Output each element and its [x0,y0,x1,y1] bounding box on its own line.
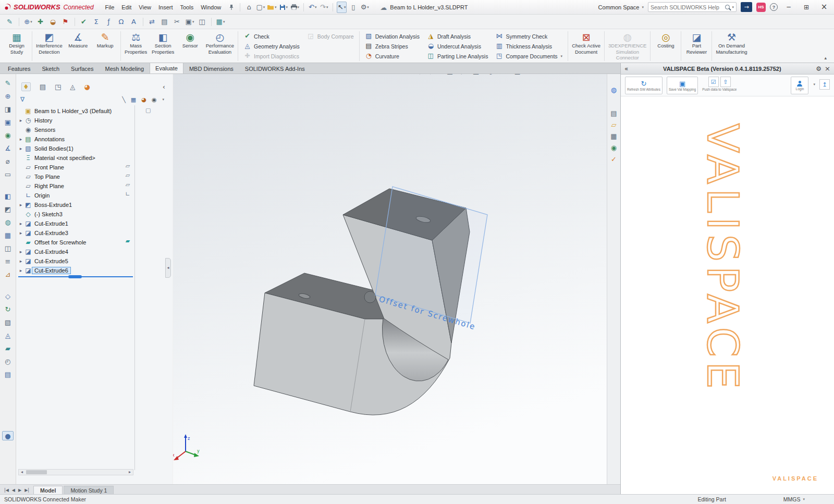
model-viewport[interactable]: Offset for Screwhole z x y [173,74,607,484]
measure-button[interactable]: ∡Measure [65,30,92,50]
rollback-bar[interactable] [18,276,133,277]
sensor-button[interactable]: ◉Sensor [177,30,204,50]
tree-item-cut-extrude3[interactable]: ▸◪Cut-Extrude3 [18,228,133,238]
login-button[interactable]: Login [791,77,808,94]
tab-motion-study-1[interactable]: Motion Study 1 [64,486,114,494]
ribbon-collapse-icon[interactable]: ▴ [824,56,827,60]
tab-model[interactable]: Model [33,486,63,494]
save-val-mapping-button[interactable]: ▣ Save Val Mapping [667,77,698,94]
tolerance-icon[interactable]: ▣▾ [184,16,195,28]
filter-icon[interactable]: ∇ [20,96,24,103]
design-library-icon[interactable]: ▤ [610,110,617,117]
undercut-analysis-button[interactable]: ◒Undercut Analysis [423,41,492,51]
left-toolbar-icon[interactable]: ∡ [2,143,14,153]
menu-edit[interactable]: Edit [118,3,135,12]
tree-splitter-handle[interactable]: ◂ [165,258,171,278]
displaymanager-tab-icon[interactable]: ◕ [84,83,90,90]
scroll-right-icon[interactable]: ▸ [127,470,133,474]
left-toolbar-icon[interactable]: ⌀ [2,156,14,166]
file-explorer-icon[interactable]: ▱ [611,121,617,128]
draft-analysis-button[interactable]: ◮Draft Analysis [423,31,492,41]
first-study-icon[interactable]: |◀ [3,488,10,493]
left-toolbar-icon[interactable]: ▧ [2,317,14,327]
panel-close-icon[interactable]: × [825,65,830,72]
left-toolbar-icon[interactable]: ▦ [2,230,14,240]
close-button[interactable]: × [817,1,831,14]
function-icon[interactable]: ƒ [103,16,115,28]
left-toolbar-icon[interactable]: ◫ [2,243,14,253]
view-palette-icon[interactable]: ▦ [610,133,617,140]
tab-surfaces[interactable]: Surfaces [65,63,99,73]
left-toolbar-icon[interactable]: ▣ [2,117,14,127]
plane-visibility-icon[interactable]: ▱ [123,173,132,178]
tree-item-origin[interactable]: ∟Origin [18,191,133,200]
pin-menu-icon[interactable] [226,2,236,13]
configurationmanager-tab-icon[interactable]: ◳ [55,83,61,90]
section-properties-button[interactable]: ◧SectionProperties [150,30,177,55]
geometry-analysis-button[interactable]: ◬Geometry Analysis [240,41,303,51]
3dexperience-icon[interactable]: ◍ [611,87,617,93]
left-toolbar-icon[interactable]: ◍ [2,217,14,227]
trim-icon[interactable]: ✂ [171,16,183,28]
tree-item-front-plane[interactable]: ▱Front Plane [18,163,133,172]
appearance-filter-icon[interactable]: ◕ [141,97,146,103]
menu-file[interactable]: File [102,3,118,12]
plane-visibility-icon[interactable]: ▱ [123,182,132,188]
text-note-icon[interactable]: A [128,16,140,28]
dimxpertmanager-tab-icon[interactable]: ◬ [70,83,75,90]
plane-visibility-icon[interactable]: ▱ [123,163,132,169]
logout-button[interactable]: ↥ [819,79,830,90]
search-icon[interactable] [725,5,730,9]
add-item-icon[interactable]: ✚ [35,16,46,28]
left-toolbar-icon[interactable]: ◩ [2,204,14,214]
tab-sketch[interactable]: Sketch [36,63,65,73]
print-button[interactable]: ▾ [290,2,300,13]
left-toolbar-icon[interactable]: ⊕ [2,91,14,101]
panel-collapse-icon[interactable]: « [624,66,628,72]
chevron-down-icon[interactable]: ▾ [162,98,164,102]
zoom-target-icon[interactable]: ⊕▾ [22,16,34,28]
origin-visibility-icon[interactable]: ∟ [123,191,132,197]
push-selected-button[interactable]: ☑ [708,77,719,87]
gear-icon[interactable]: ⚙ [816,66,821,72]
left-toolbar-icon[interactable]: ◴ [2,357,14,366]
display-states-icon[interactable]: ╲ [122,97,126,103]
tree-item-cut-extrude4[interactable]: ▸◪Cut-Extrude4 [18,247,133,256]
left-toolbar-icon[interactable]: ◉ [2,130,14,140]
push-all-button[interactable]: ⇧ [720,77,731,87]
last-study-icon[interactable]: ▶| [23,488,30,493]
login-caret-icon[interactable]: ▾ [813,83,815,87]
featuremanager-tab-icon[interactable]: ♦ [21,82,31,91]
open-document-button[interactable]: ▾ [267,2,277,13]
check-active-document-button[interactable]: ⊠Check ActiveDocument [570,30,603,55]
home-button[interactable]: ⌂ [244,2,254,13]
undo-button[interactable]: ↶▾ [308,2,317,13]
panel-collapse-icon[interactable]: ‹ [163,83,165,90]
viewport-canvas[interactable]: Offset for Screwhole z x y [173,74,607,484]
avatar[interactable]: HS [756,3,766,12]
maximize-button[interactable]: ⊞ [800,1,813,14]
search-options-caret-icon[interactable]: ▾ [732,5,734,9]
curvature-button[interactable]: ◔Curvature [361,51,423,61]
left-toolbar-icon[interactable]: ◧ [2,191,14,201]
design-study-button[interactable]: ▦DesignStudy [3,30,30,55]
tree-item-offset-for-screwhole[interactable]: ▰Offset for Screwhole [18,238,133,247]
tree-item-annotations[interactable]: ▸▤Annotations [18,134,133,144]
left-toolbar-icon[interactable]: ◬ [2,330,14,340]
left-toolbar-icon[interactable]: ⊿ [2,269,14,279]
display-pane-divider[interactable] [134,105,135,470]
select-tool-button[interactable]: ↖▾ [337,2,347,13]
tree-item-part-root[interactable]: ▣Beam to L Holder_v3 (Default) [18,106,133,116]
tree-item-cut-extrude5[interactable]: ▸◪Cut-Extrude5 [18,256,133,266]
symmetry-check-button[interactable]: ⋈Symmetry Check [492,31,566,41]
space-selector[interactable]: Common Space▾ [598,4,644,10]
left-toolbar-icon[interactable]: ◨ [2,104,14,114]
tree-item-cut-extrude6[interactable]: ▸◪Cut-Extrude6 [18,266,133,275]
check-button[interactable]: ✔Check [240,31,303,41]
menu-window[interactable]: Window [197,3,225,12]
tree-item-material[interactable]: ΞMaterial <not specified> [18,153,133,163]
tree-item-sketch3[interactable]: ◇(-) Sketch3 [18,210,133,219]
tab-solidworks-addins[interactable]: SOLIDWORKS Add-Ins [239,63,311,73]
parting-line-analysis-button[interactable]: ◫Parting Line Analysis [423,51,492,61]
tab-evaluate[interactable]: Evaluate [150,63,183,73]
